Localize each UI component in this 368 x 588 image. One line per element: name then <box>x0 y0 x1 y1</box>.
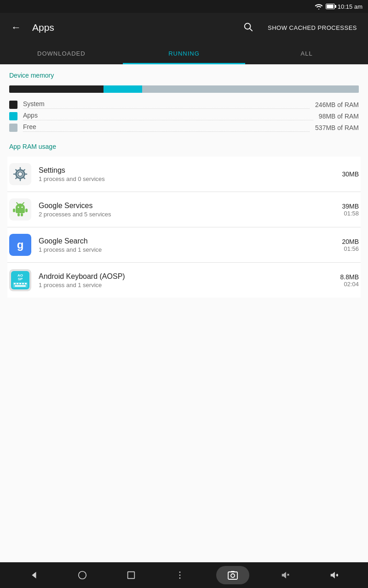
bottom-nav <box>0 562 368 588</box>
app-item-settings[interactable]: Settings 1 process and 0 services 30MB <box>7 157 361 192</box>
legend-color-system <box>9 101 17 109</box>
google-services-app-time: 01:58 <box>342 210 359 217</box>
app-ram-section: App RAM usage Settings 1 process and 0 s… <box>9 143 359 298</box>
svg-rect-15 <box>21 213 23 216</box>
nav-vol-down-button[interactable] <box>273 566 298 584</box>
legend-color-free <box>9 124 17 132</box>
memory-bar <box>9 85 359 93</box>
app-bar: ← Apps SHOW CACHED PROCESSES <box>0 13 368 42</box>
status-time: 10:15 am <box>338 3 362 10</box>
google-search-app-time: 01:56 <box>342 245 359 252</box>
svg-rect-7 <box>16 208 25 213</box>
google-services-app-name: Google Services <box>39 202 334 210</box>
settings-app-icon <box>9 163 31 185</box>
tab-downloaded[interactable]: DOWNLOADED <box>0 42 123 64</box>
nav-menu-button[interactable] <box>167 566 192 584</box>
google-search-app-info: Google Search 1 process and 1 service <box>39 237 334 253</box>
google-services-app-info: Google Services 2 processes and 5 servic… <box>39 202 334 218</box>
tab-all[interactable]: ALL <box>245 42 368 64</box>
google-services-app-icon <box>9 198 31 220</box>
nav-vol-up-button[interactable] <box>322 566 347 584</box>
svg-rect-25 <box>19 283 21 284</box>
tab-bar: DOWNLOADED RUNNING ALL <box>0 42 368 64</box>
svg-rect-23 <box>14 283 16 284</box>
app-item-google-services[interactable]: Google Services 2 processes and 5 servic… <box>7 192 361 227</box>
google-search-app-stats: 20MB 01:56 <box>342 238 359 252</box>
legend-row-system: System 246MB of RAM <box>9 100 359 109</box>
wifi-icon <box>315 3 323 10</box>
legend-value-system: 246MB of RAM <box>315 101 359 108</box>
show-cached-button[interactable]: SHOW CACHED PROCESSES <box>264 21 361 35</box>
legend-row-apps: Apps 98MB of RAM <box>9 112 359 120</box>
svg-rect-27 <box>25 283 27 284</box>
svg-rect-14 <box>17 213 20 216</box>
app-bar-title: Apps <box>32 22 232 33</box>
svg-point-33 <box>179 575 181 576</box>
legend-label-system: System <box>23 100 310 109</box>
back-button[interactable]: ← <box>7 18 25 37</box>
google-search-app-name: Google Search <box>39 237 334 245</box>
google-services-app-memory: 39MB <box>342 203 359 210</box>
settings-app-info: Settings 1 process and 0 services <box>39 166 334 182</box>
nav-camera-button[interactable] <box>216 566 249 584</box>
legend-row-free: Free 537MB of RAM <box>9 123 359 132</box>
memory-bar-free <box>142 85 359 93</box>
nav-recents-button[interactable] <box>119 566 144 584</box>
search-button[interactable] <box>239 18 257 38</box>
keyboard-app-memory: 8.8MB <box>340 273 359 281</box>
svg-point-36 <box>231 574 235 577</box>
app-item-google-search[interactable]: g Google Search 1 process and 1 service … <box>7 227 361 263</box>
memory-legend: System 246MB of RAM Apps 98MB of RAM Fre… <box>9 100 359 132</box>
google-search-app-subtitle: 1 process and 1 service <box>39 246 334 253</box>
google-services-app-stats: 39MB 01:58 <box>342 203 359 217</box>
keyboard-app-stats: 8.8MB 02:04 <box>340 273 359 288</box>
keyboard-app-info: Android Keyboard (AOSP) 1 process and 1 … <box>39 272 333 288</box>
legend-value-free: 537MB of RAM <box>315 124 359 131</box>
device-memory-title: Device memory <box>9 72 359 79</box>
svg-rect-12 <box>13 209 15 212</box>
google-search-app-memory: 20MB <box>342 238 359 245</box>
svg-rect-35 <box>228 572 237 579</box>
keyboard-app-icon: AO SP <box>9 269 31 291</box>
svg-rect-2 <box>9 163 31 185</box>
settings-app-memory: 30MB <box>342 170 359 178</box>
tab-running[interactable]: RUNNING <box>123 42 246 64</box>
status-bar: 10:15 am <box>0 0 368 13</box>
svg-rect-28 <box>15 285 26 287</box>
legend-label-apps: Apps <box>23 112 313 120</box>
battery-icon <box>326 4 335 9</box>
svg-point-30 <box>79 571 86 579</box>
legend-value-apps: 98MB of RAM <box>319 113 359 120</box>
svg-text:SP: SP <box>18 277 23 281</box>
keyboard-app-name: Android Keyboard (AOSP) <box>39 272 333 281</box>
svg-rect-24 <box>17 283 18 284</box>
svg-line-1 <box>250 28 252 31</box>
device-memory-section: Device memory System 246MB of RAM Apps 9… <box>9 72 359 132</box>
svg-rect-22 <box>13 282 28 288</box>
app-bar-actions: SHOW CACHED PROCESSES <box>239 18 361 38</box>
svg-rect-26 <box>22 283 24 284</box>
memory-bar-system <box>9 85 104 93</box>
google-search-app-icon: g <box>9 234 31 256</box>
main-content: Device memory System 246MB of RAM Apps 9… <box>0 64 368 562</box>
app-list: Settings 1 process and 0 services 30MB <box>9 157 359 298</box>
svg-rect-31 <box>128 572 135 579</box>
nav-back-button[interactable] <box>21 566 46 584</box>
keyboard-app-subtitle: 1 process and 1 service <box>39 282 333 288</box>
search-icon <box>243 22 253 32</box>
memory-bar-apps <box>104 85 142 93</box>
legend-color-apps <box>9 112 17 120</box>
status-icons: 10:15 am <box>315 3 362 10</box>
svg-point-9 <box>22 207 23 208</box>
app-item-keyboard[interactable]: AO SP Android Keyboard (AOSP) 1 pro <box>7 263 361 298</box>
svg-text:g: g <box>17 238 24 251</box>
svg-point-34 <box>179 577 181 579</box>
settings-app-name: Settings <box>39 166 334 175</box>
svg-rect-37 <box>231 571 235 572</box>
settings-app-stats: 30MB <box>342 170 359 178</box>
app-ram-title: App RAM usage <box>9 143 359 150</box>
google-services-app-subtitle: 2 processes and 5 services <box>39 211 334 218</box>
keyboard-app-time: 02:04 <box>340 281 359 288</box>
svg-point-32 <box>179 571 181 573</box>
nav-home-button[interactable] <box>70 566 95 584</box>
